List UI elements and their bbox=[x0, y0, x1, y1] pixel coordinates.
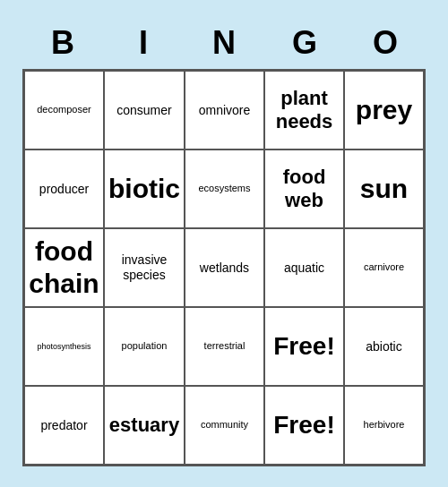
cell-text: estuary bbox=[109, 414, 179, 437]
bingo-cell: decomposer bbox=[24, 71, 104, 150]
cell-text: food web bbox=[283, 166, 326, 213]
cell-text: population bbox=[122, 340, 168, 352]
header-letter: G bbox=[264, 21, 345, 65]
cell-text: omnivore bbox=[199, 103, 251, 118]
bingo-cell: food chain bbox=[24, 228, 104, 307]
cell-text: sun bbox=[360, 173, 408, 205]
cell-text: photosynthesis bbox=[37, 342, 90, 352]
cell-text: community bbox=[201, 419, 248, 431]
bingo-cell: prey bbox=[344, 71, 424, 150]
cell-text: food chain bbox=[29, 235, 99, 300]
bingo-cell: predator bbox=[24, 386, 104, 465]
bingo-cell: producer bbox=[24, 150, 104, 228]
bingo-cell: wetlands bbox=[185, 228, 264, 307]
bingo-cell: biotic bbox=[104, 150, 185, 228]
bingo-cell: omnivore bbox=[185, 71, 264, 150]
cell-text: ecosystems bbox=[198, 183, 250, 194]
bingo-cell: herbivore bbox=[344, 386, 424, 465]
header-letter: I bbox=[103, 21, 184, 65]
bingo-cell: population bbox=[104, 307, 185, 386]
cell-text: consumer bbox=[116, 103, 171, 118]
bingo-cell: Free! bbox=[264, 386, 344, 465]
bingo-cell: invasive species bbox=[104, 228, 185, 307]
cell-text: herbivore bbox=[364, 419, 405, 431]
cell-text: aquatic bbox=[284, 261, 324, 276]
cell-text: abiotic bbox=[366, 339, 401, 355]
cell-text: biotic bbox=[108, 173, 180, 205]
bingo-header: BINGO bbox=[22, 21, 426, 65]
bingo-cell: sun bbox=[344, 150, 424, 228]
header-letter: N bbox=[184, 21, 264, 65]
bingo-card: BINGO decomposerconsumeromnivoreplant ne… bbox=[13, 12, 435, 475]
cell-text: wetlands bbox=[200, 261, 249, 276]
cell-text: invasive species bbox=[122, 252, 168, 283]
bingo-cell: abiotic bbox=[344, 307, 424, 386]
bingo-cell: terrestrial bbox=[185, 307, 264, 386]
cell-text: carnivore bbox=[364, 261, 404, 273]
bingo-cell: estuary bbox=[104, 386, 185, 465]
bingo-cell: photosynthesis bbox=[24, 307, 104, 386]
cell-text: plant needs bbox=[276, 87, 333, 134]
bingo-cell: plant needs bbox=[264, 71, 344, 150]
bingo-cell: community bbox=[185, 386, 264, 465]
cell-text: decomposer bbox=[37, 104, 91, 115]
bingo-cell: food web bbox=[264, 150, 344, 228]
bingo-cell: aquatic bbox=[264, 228, 344, 307]
bingo-cell: ecosystems bbox=[185, 150, 264, 228]
cell-text: Free! bbox=[273, 410, 334, 440]
header-letter: B bbox=[22, 21, 103, 65]
bingo-cell: carnivore bbox=[344, 228, 424, 307]
header-letter: O bbox=[345, 21, 426, 65]
cell-text: prey bbox=[356, 94, 412, 126]
bingo-grid: decomposerconsumeromnivoreplant needspre… bbox=[22, 69, 426, 466]
cell-text: producer bbox=[39, 182, 89, 197]
cell-text: Free! bbox=[273, 331, 334, 362]
bingo-cell: consumer bbox=[104, 71, 185, 150]
cell-text: terrestrial bbox=[204, 340, 246, 352]
cell-text: predator bbox=[40, 418, 87, 433]
bingo-cell: Free! bbox=[264, 307, 344, 386]
